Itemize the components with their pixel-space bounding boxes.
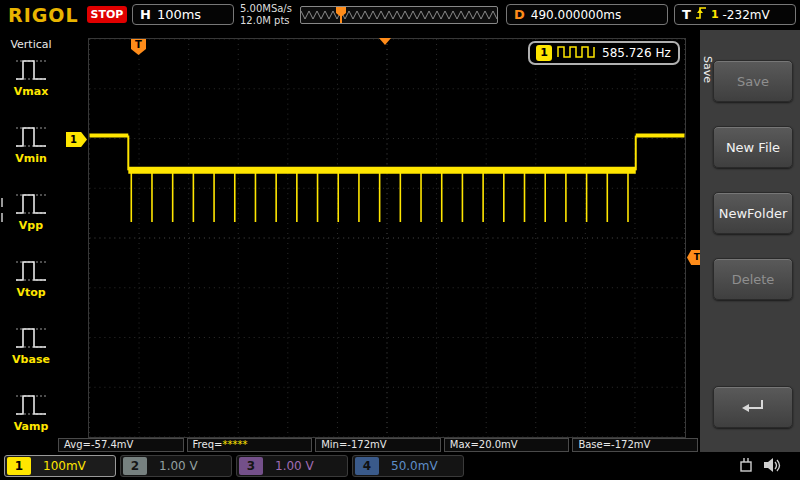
- channel3-number: 3: [239, 457, 263, 475]
- measurement-value: *****: [222, 439, 247, 450]
- measurement-min: Min=-172mV: [315, 438, 441, 452]
- save-menu: Save Save New File NewFolder Delete: [700, 30, 800, 452]
- measurement-value: -172mV: [611, 439, 650, 450]
- return-arrow-icon: [740, 397, 766, 418]
- horizontal-position-strip: [300, 6, 498, 24]
- measurement-label: Freq=: [193, 439, 223, 450]
- measurement-value: 20.0mV: [479, 439, 518, 450]
- vmin-waveform-icon: [14, 123, 48, 151]
- measure-button-label: Vamp: [7, 420, 55, 433]
- measure-button-vamp[interactable]: Vamp: [7, 391, 55, 447]
- menu-button-delete[interactable]: Delete: [713, 258, 793, 300]
- menu-button-newfolder[interactable]: NewFolder: [713, 192, 793, 234]
- memory-depth: 12.0M pts: [240, 15, 292, 27]
- measure-button-vtop[interactable]: Vtop: [7, 257, 55, 313]
- measure-button-vbase[interactable]: Vbase: [7, 324, 55, 380]
- sidebar-scroll-indicator: [1, 198, 4, 228]
- measurement-results-row: Avg=-57.4mV Freq=***** Min=-172mV Max=20…: [58, 438, 698, 452]
- channel1-status[interactable]: 1 100mV: [4, 455, 116, 477]
- measure-button-label: Vbase: [7, 353, 55, 366]
- trigger-source: 1: [711, 8, 719, 21]
- acquisition-info: 5.00MSa/s 12.0M pts: [240, 3, 292, 27]
- measurement-value: -57.4mV: [91, 439, 133, 450]
- top-status-bar: RIGOL STOP H 100ms 5.00MSa/s 12.0M pts D…: [0, 0, 800, 30]
- channel1-number: 1: [7, 457, 31, 475]
- channel3-scale: 1.00 V: [275, 459, 314, 473]
- channel1-scale: 100mV: [43, 459, 86, 473]
- channel4-number: 4: [355, 457, 379, 475]
- measurement-label: Max=: [450, 439, 479, 450]
- sidebar-title: Vertical: [0, 38, 62, 51]
- freq-counter-channel: 1: [536, 45, 552, 61]
- channel2-number: 2: [123, 457, 147, 475]
- measurement-label: Avg=: [64, 439, 91, 450]
- measurement-max: Max=20.0mV: [444, 438, 570, 452]
- measurement-avg: Avg=-57.4mV: [58, 438, 184, 452]
- trigger-readout: T 1 -232mV: [674, 4, 796, 25]
- channel4-status[interactable]: 4 50.0mV: [352, 455, 464, 477]
- graticule-svg: [88, 38, 686, 438]
- beeper-icon: [762, 457, 782, 477]
- freq-counter-value: 585.726 Hz: [602, 46, 671, 60]
- menu-button-save[interactable]: Save: [713, 60, 793, 102]
- measurement-freq: Freq=*****: [187, 438, 313, 452]
- horizontal-label: H: [140, 7, 151, 22]
- vpp-waveform-icon: [14, 190, 48, 218]
- horizontal-center-marker: [379, 38, 391, 45]
- menu-button-new-file[interactable]: New File: [713, 126, 793, 168]
- measure-button-vpp[interactable]: Vpp: [7, 190, 55, 246]
- measure-button-label: Vtop: [7, 286, 55, 299]
- run-state-badge: STOP: [87, 6, 127, 23]
- measurement-value: -172mV: [347, 439, 386, 450]
- measure-button-label: Vpp: [7, 219, 55, 232]
- channel4-scale: 50.0mV: [391, 459, 438, 473]
- delay-label: D: [514, 7, 525, 22]
- delay-readout: D 490.000000ms: [506, 4, 668, 25]
- measurement-base: Base=-172mV: [572, 438, 698, 452]
- channel1-position-marker[interactable]: 1: [66, 132, 87, 147]
- menu-button-back[interactable]: [713, 386, 793, 428]
- measurement-label: Min=: [321, 439, 347, 450]
- measure-sidebar: Vertical Vmax Vmin Vpp Vtop Vbase Vamp: [0, 30, 62, 452]
- vamp-waveform-icon: [14, 391, 48, 419]
- measure-button-label: Vmax: [7, 85, 55, 98]
- measure-button-vmin[interactable]: Vmin: [7, 123, 55, 179]
- pulse-train-icon: [557, 45, 597, 61]
- trigger-level-value: -232mV: [723, 8, 770, 22]
- measure-button-label: Vmin: [7, 152, 55, 165]
- memory-overview-waveform: [301, 7, 497, 23]
- horizontal-timebase-group: H 100ms: [132, 4, 234, 25]
- trigger-edge-icon: [695, 6, 707, 23]
- frequency-counter-badge: 1 585.726 Hz: [528, 41, 680, 65]
- usb-icon: [738, 457, 754, 476]
- channel3-status[interactable]: 3 1.00 V: [236, 455, 348, 477]
- rigol-logo: RIGOL: [8, 4, 79, 26]
- delay-value: 490.000000ms: [531, 8, 621, 22]
- vmax-waveform-icon: [14, 56, 48, 84]
- timebase-value: 100ms: [157, 7, 201, 22]
- waveform-display: T 1 585.726 Hz 1 T Avg=-57.4mV Freq=****…: [62, 30, 700, 452]
- channel-status-bar: 1 100mV 2 1.00 V 3 1.00 V 4 50.0mV: [0, 452, 800, 480]
- vtop-waveform-icon: [14, 257, 48, 285]
- trigger-label: T: [682, 7, 691, 22]
- sample-rate: 5.00MSa/s: [240, 3, 292, 15]
- vbase-waveform-icon: [14, 324, 48, 352]
- measurement-label: Base=: [578, 439, 611, 450]
- channel2-status[interactable]: 2 1.00 V: [120, 455, 232, 477]
- measure-button-vmax[interactable]: Vmax: [7, 56, 55, 112]
- channel2-scale: 1.00 V: [159, 459, 198, 473]
